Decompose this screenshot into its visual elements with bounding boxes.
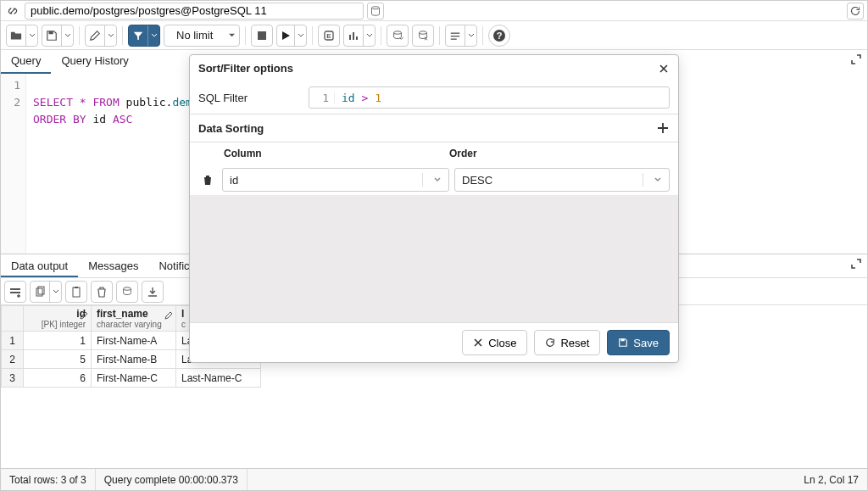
column-header-id[interactable]: id[PK] integer <box>24 306 92 332</box>
open-file-button[interactable] <box>6 25 38 47</box>
svg-point-21 <box>124 287 131 290</box>
status-cursor: Ln 2, Col 17 <box>795 474 867 486</box>
rollback-button[interactable] <box>412 25 434 47</box>
svg-rect-5 <box>349 35 351 40</box>
chevron-down-icon[interactable] <box>294 25 306 46</box>
copy-button[interactable] <box>30 281 62 303</box>
explain-button[interactable]: E <box>318 25 340 47</box>
svg-rect-22 <box>621 339 625 342</box>
database-icon[interactable] <box>367 3 384 20</box>
chevron-down-icon[interactable] <box>61 25 73 46</box>
tab-query-history[interactable]: Query History <box>51 49 138 74</box>
commit-button[interactable] <box>387 25 409 47</box>
status-rows: Total rows: 3 of 3 <box>1 469 96 490</box>
delete-sort-button[interactable] <box>198 170 217 189</box>
svg-rect-16 <box>10 292 20 293</box>
execute-button[interactable] <box>276 25 307 47</box>
sort-header-column: Column <box>224 148 449 159</box>
save-button[interactable]: Save <box>607 330 670 355</box>
save-file-button[interactable] <box>42 25 74 47</box>
macro-button[interactable] <box>445 25 477 47</box>
save-data-button[interactable] <box>116 281 138 303</box>
panel-body <box>190 195 678 322</box>
svg-text:?: ? <box>497 31 503 41</box>
sort-row: id DESC <box>198 165 670 195</box>
chevron-down-icon[interactable] <box>465 25 476 46</box>
stop-button[interactable] <box>251 25 273 47</box>
pencil-icon[interactable] <box>80 311 88 320</box>
sort-filter-panel: Sort/Filter options SQL Filter 1 id > 1 … <box>189 54 679 363</box>
svg-rect-6 <box>353 32 354 40</box>
expand-output-icon[interactable] <box>850 258 862 270</box>
tab-messages[interactable]: Messages <box>78 254 148 277</box>
app-window: No limit E ? Query Query History <box>0 0 868 491</box>
svg-rect-15 <box>10 288 20 290</box>
address-bar <box>1 1 867 21</box>
add-sort-button[interactable] <box>656 121 670 135</box>
sql-code: SELECT * FROM public.demo ORDER BY id AS… <box>26 74 206 254</box>
delete-row-button[interactable] <box>91 281 113 303</box>
svg-rect-11 <box>451 36 460 36</box>
pencil-icon[interactable] <box>164 311 173 320</box>
data-sorting-label: Data Sorting <box>198 122 264 135</box>
add-row-button[interactable] <box>4 281 26 303</box>
svg-rect-2 <box>258 31 266 40</box>
limit-label: No limit <box>171 29 226 42</box>
sql-filter-input[interactable]: 1 id > 1 <box>309 86 670 109</box>
explain-analyze-button[interactable] <box>343 25 376 47</box>
chevron-down-icon[interactable] <box>25 25 37 46</box>
status-time: Query complete 00:00:00.373 <box>96 469 248 490</box>
filter-button[interactable] <box>128 25 160 47</box>
svg-rect-1 <box>49 31 53 34</box>
main-toolbar: No limit E ? <box>1 21 867 50</box>
svg-point-8 <box>394 31 402 34</box>
chevron-down-icon[interactable] <box>49 282 61 302</box>
paste-button[interactable] <box>65 281 87 303</box>
sort-grid: Column Order id DESC <box>190 142 678 195</box>
chevron-down-icon[interactable] <box>147 25 159 46</box>
edit-button[interactable] <box>85 25 117 47</box>
tab-query[interactable]: Query <box>1 49 51 74</box>
svg-rect-10 <box>451 32 460 33</box>
sort-header-order: Order <box>449 148 670 159</box>
svg-point-9 <box>420 31 427 34</box>
tab-data-output[interactable]: Data output <box>1 254 78 277</box>
connection-address[interactable] <box>25 3 364 20</box>
limit-dropdown[interactable]: No limit <box>164 25 240 47</box>
table-row[interactable]: 3 6 First-Name-C Last-Name-C <box>2 369 261 388</box>
svg-rect-19 <box>73 287 80 297</box>
row-header-blank <box>2 306 24 332</box>
svg-rect-7 <box>356 36 358 40</box>
sort-order-select[interactable]: DESC <box>454 168 670 192</box>
svg-text:E: E <box>326 32 331 40</box>
help-button[interactable]: ? <box>488 25 510 47</box>
refresh-icon[interactable] <box>847 3 864 20</box>
close-icon[interactable] <box>658 63 670 75</box>
expand-editor-icon[interactable] <box>850 53 862 65</box>
status-bar: Total rows: 3 of 3 Query complete 00:00:… <box>1 468 867 490</box>
download-button[interactable] <box>142 281 164 303</box>
panel-title: Sort/Filter options <box>198 62 293 75</box>
svg-point-0 <box>372 6 380 8</box>
svg-rect-20 <box>75 287 78 288</box>
line-gutter: 1 2 <box>1 74 26 254</box>
svg-rect-17 <box>36 288 42 296</box>
connect-icon[interactable] <box>4 3 21 20</box>
reset-button[interactable]: Reset <box>534 330 600 355</box>
svg-rect-18 <box>38 287 44 294</box>
sort-column-select[interactable]: id <box>222 168 449 192</box>
svg-rect-12 <box>451 38 457 39</box>
chevron-down-icon[interactable] <box>104 25 116 46</box>
sql-filter-label: SQL Filter <box>198 92 300 104</box>
close-button[interactable]: Close <box>462 330 527 355</box>
column-header-first-name[interactable]: first_namecharacter varying <box>92 306 176 332</box>
chevron-down-icon[interactable] <box>363 25 375 46</box>
